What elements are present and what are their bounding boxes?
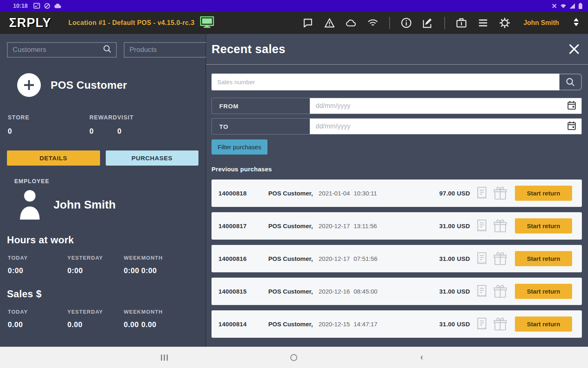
sale-amount: 97.00 USD bbox=[439, 190, 470, 197]
blocked-icon bbox=[44, 3, 50, 9]
sales-number-search bbox=[212, 74, 582, 90]
employee-label: EMPLOYEE bbox=[14, 178, 198, 184]
wifi-icon[interactable] bbox=[368, 18, 378, 28]
android-status-bar: 10:18 bbox=[0, 0, 588, 11]
pos-sidebar: POS Customer STORE 0 REWARD 0 VISIT 0 bbox=[0, 34, 206, 347]
menu-icon[interactable] bbox=[478, 18, 488, 28]
metric-label: MONTH bbox=[141, 309, 163, 315]
to-date-input[interactable] bbox=[316, 123, 568, 130]
back-icon[interactable]: ‹ bbox=[420, 347, 423, 368]
person-icon bbox=[18, 188, 41, 221]
employee-name: John Smith bbox=[53, 198, 116, 211]
hours-metrics: TODAY 0:00 YESTERDAY 0:00 WEEK 0:00 MONT… bbox=[7, 255, 198, 275]
stat-label: STORE bbox=[8, 114, 89, 121]
close-icon[interactable] bbox=[568, 43, 580, 55]
receipt-icon[interactable] bbox=[477, 252, 487, 265]
pos-customer-block[interactable]: POS Customer bbox=[17, 73, 198, 97]
gift-icon[interactable] bbox=[494, 285, 507, 298]
gift-icon[interactable] bbox=[494, 252, 507, 265]
purchases-button[interactable]: PURCHASES bbox=[106, 150, 199, 166]
gift-icon[interactable] bbox=[494, 317, 507, 331]
edit-icon[interactable] bbox=[423, 18, 433, 28]
start-return-button[interactable]: Start return bbox=[515, 284, 572, 299]
receipt-icon[interactable] bbox=[477, 187, 487, 200]
employee-block: John Smith bbox=[18, 188, 198, 221]
info-icon[interactable] bbox=[401, 18, 412, 28]
erply-logo: ΣRPLY bbox=[9, 16, 51, 30]
purchase-row[interactable]: 14000815 POS Customer, 2020-12-16 08:45:… bbox=[212, 278, 582, 305]
sale-date: 2020-12-17 bbox=[318, 255, 350, 262]
signal-icon bbox=[570, 3, 575, 9]
receipt-icon[interactable] bbox=[477, 318, 487, 331]
start-return-button[interactable]: Start return bbox=[515, 316, 572, 332]
sale-date: 2020-12-16 bbox=[318, 288, 350, 295]
sales-title: Sales $ bbox=[7, 288, 198, 300]
home-icon[interactable] bbox=[290, 347, 297, 368]
metric-label: YESTERDAY bbox=[67, 309, 124, 315]
customer-stat: REWARD 0 bbox=[89, 114, 117, 136]
user-menu[interactable]: John Smith bbox=[523, 19, 559, 27]
customers-search-input[interactable] bbox=[13, 46, 103, 54]
sale-number: 14000816 bbox=[218, 255, 268, 262]
sales-number-input[interactable] bbox=[212, 74, 559, 90]
filter-purchases-button[interactable]: Filter purchases bbox=[212, 139, 267, 155]
sales-metrics: TODAY 0.00 YESTERDAY 0.00 WEEK 0.00 MONT… bbox=[7, 309, 198, 329]
from-date-input[interactable] bbox=[316, 102, 568, 110]
settings-gear-icon[interactable] bbox=[499, 18, 510, 28]
metric-value: 0:00 bbox=[67, 267, 124, 275]
search-button[interactable] bbox=[559, 74, 582, 90]
customer-stat: VISIT 0 bbox=[117, 114, 134, 136]
receipt-icon[interactable] bbox=[477, 220, 487, 233]
gift-icon[interactable] bbox=[494, 186, 507, 200]
receipt-icon[interactable] bbox=[477, 285, 487, 298]
metric-value: 0:00 bbox=[8, 267, 67, 275]
to-date-row: TO bbox=[212, 118, 582, 135]
chat-icon[interactable] bbox=[303, 18, 313, 28]
start-return-button[interactable]: Start return bbox=[515, 218, 572, 233]
warning-icon[interactable] bbox=[324, 18, 335, 28]
calendar-icon[interactable] bbox=[568, 121, 576, 132]
purchase-row[interactable]: 14000814 POS Customer, 2020-12-15 14:47:… bbox=[212, 310, 582, 338]
start-return-button[interactable]: Start return bbox=[515, 186, 572, 201]
recent-sales-panel: Recent sales FROM TO bbox=[206, 34, 588, 347]
header-divider bbox=[389, 17, 390, 29]
cloud-icon[interactable] bbox=[346, 18, 356, 28]
customer-name: POS Customer bbox=[51, 79, 127, 92]
customers-search[interactable] bbox=[7, 42, 117, 58]
user-menu-arrows-icon[interactable] bbox=[573, 18, 579, 28]
sale-number: 14000817 bbox=[218, 222, 268, 229]
sale-time: 13:11:56 bbox=[354, 222, 377, 229]
mute-icon bbox=[552, 3, 557, 9]
from-label: FROM bbox=[212, 98, 310, 114]
sale-amount: 31.00 USD bbox=[439, 255, 470, 262]
sale-number: 14000814 bbox=[218, 321, 268, 328]
customer-stats: STORE 0 REWARD 0 VISIT 0 bbox=[7, 114, 198, 136]
sale-amount: 31.00 USD bbox=[439, 321, 470, 328]
sale-time: 10:30:11 bbox=[354, 190, 377, 197]
recent-apps-icon[interactable] bbox=[161, 347, 168, 368]
calendar-icon[interactable] bbox=[568, 101, 576, 111]
briefcase-icon[interactable] bbox=[456, 18, 467, 28]
sales-metric: TODAY 0.00 bbox=[8, 309, 67, 329]
sale-customer: POS Customer, bbox=[268, 288, 313, 295]
sale-amount: 31.00 USD bbox=[439, 288, 470, 295]
cloud-icon bbox=[54, 3, 62, 9]
stat-value: 0 bbox=[8, 127, 89, 136]
header-divider bbox=[444, 17, 445, 29]
gift-icon[interactable] bbox=[494, 219, 507, 233]
metric-label: TODAY bbox=[8, 255, 67, 261]
metric-value: 0.00 bbox=[124, 321, 141, 329]
wifi-icon bbox=[560, 3, 566, 9]
hours-at-work-title: Hours at work bbox=[7, 234, 198, 246]
sale-number: 14000815 bbox=[218, 288, 268, 295]
sale-customer: POS Customer, bbox=[268, 255, 313, 262]
sales-metric: WEEK 0.00 bbox=[124, 309, 141, 329]
metric-label: YESTERDAY bbox=[67, 255, 124, 261]
details-button[interactable]: DETAILS bbox=[7, 150, 100, 166]
add-customer-icon[interactable] bbox=[17, 73, 41, 97]
purchase-row[interactable]: 14000817 POS Customer, 2020-12-17 13:11:… bbox=[212, 212, 582, 240]
start-return-button[interactable]: Start return bbox=[515, 251, 572, 266]
purchase-row[interactable]: 14000816 POS Customer, 2020-12-17 07:51:… bbox=[212, 245, 582, 272]
hours-metric: TODAY 0:00 bbox=[8, 255, 67, 275]
purchase-row[interactable]: 14000818 POS Customer, 2021-01-04 10:30:… bbox=[212, 180, 582, 207]
